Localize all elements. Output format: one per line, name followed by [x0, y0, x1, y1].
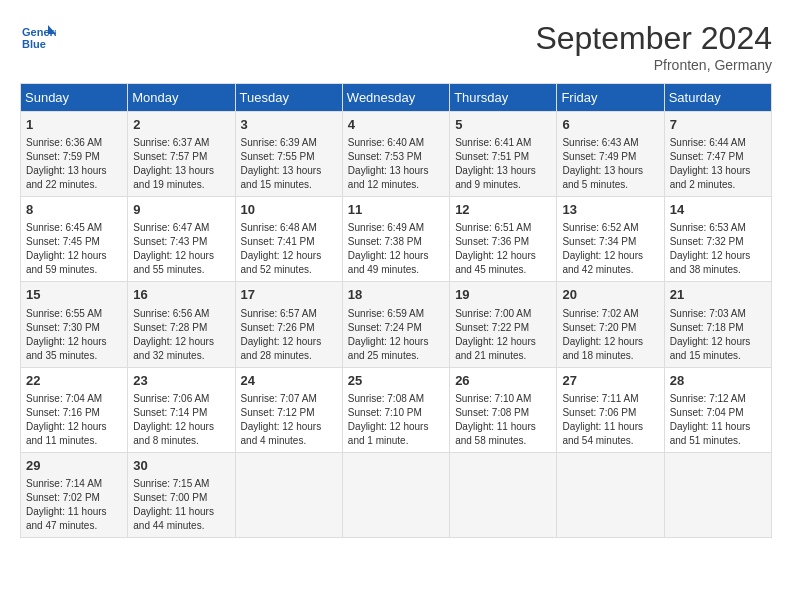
calendar-cell: 9Sunrise: 6:47 AM Sunset: 7:43 PM Daylig…: [128, 197, 235, 282]
header-tuesday: Tuesday: [235, 84, 342, 112]
calendar-cell: 6Sunrise: 6:43 AM Sunset: 7:49 PM Daylig…: [557, 112, 664, 197]
header-sunday: Sunday: [21, 84, 128, 112]
day-number: 20: [562, 286, 658, 304]
day-info: Sunrise: 7:12 AM Sunset: 7:04 PM Dayligh…: [670, 392, 766, 448]
calendar-cell: 29Sunrise: 7:14 AM Sunset: 7:02 PM Dayli…: [21, 452, 128, 537]
calendar-table: SundayMondayTuesdayWednesdayThursdayFrid…: [20, 83, 772, 538]
day-number: 10: [241, 201, 337, 219]
day-info: Sunrise: 6:39 AM Sunset: 7:55 PM Dayligh…: [241, 136, 337, 192]
calendar-week-row: 15Sunrise: 6:55 AM Sunset: 7:30 PM Dayli…: [21, 282, 772, 367]
day-info: Sunrise: 7:08 AM Sunset: 7:10 PM Dayligh…: [348, 392, 444, 448]
calendar-cell: 21Sunrise: 7:03 AM Sunset: 7:18 PM Dayli…: [664, 282, 771, 367]
calendar-cell: 18Sunrise: 6:59 AM Sunset: 7:24 PM Dayli…: [342, 282, 449, 367]
day-number: 25: [348, 372, 444, 390]
day-info: Sunrise: 6:44 AM Sunset: 7:47 PM Dayligh…: [670, 136, 766, 192]
calendar-cell: 12Sunrise: 6:51 AM Sunset: 7:36 PM Dayli…: [450, 197, 557, 282]
day-info: Sunrise: 6:53 AM Sunset: 7:32 PM Dayligh…: [670, 221, 766, 277]
calendar-cell: [235, 452, 342, 537]
day-info: Sunrise: 6:43 AM Sunset: 7:49 PM Dayligh…: [562, 136, 658, 192]
day-number: 28: [670, 372, 766, 390]
day-info: Sunrise: 6:59 AM Sunset: 7:24 PM Dayligh…: [348, 307, 444, 363]
day-info: Sunrise: 6:41 AM Sunset: 7:51 PM Dayligh…: [455, 136, 551, 192]
day-info: Sunrise: 7:00 AM Sunset: 7:22 PM Dayligh…: [455, 307, 551, 363]
calendar-header-row: SundayMondayTuesdayWednesdayThursdayFrid…: [21, 84, 772, 112]
day-number: 1: [26, 116, 122, 134]
day-number: 7: [670, 116, 766, 134]
calendar-cell: [557, 452, 664, 537]
calendar-cell: 22Sunrise: 7:04 AM Sunset: 7:16 PM Dayli…: [21, 367, 128, 452]
day-number: 11: [348, 201, 444, 219]
day-number: 22: [26, 372, 122, 390]
calendar-cell: 23Sunrise: 7:06 AM Sunset: 7:14 PM Dayli…: [128, 367, 235, 452]
day-info: Sunrise: 7:03 AM Sunset: 7:18 PM Dayligh…: [670, 307, 766, 363]
calendar-cell: 2Sunrise: 6:37 AM Sunset: 7:57 PM Daylig…: [128, 112, 235, 197]
calendar-cell: [450, 452, 557, 537]
month-title: September 2024: [535, 20, 772, 57]
day-number: 29: [26, 457, 122, 475]
calendar-cell: 17Sunrise: 6:57 AM Sunset: 7:26 PM Dayli…: [235, 282, 342, 367]
header-monday: Monday: [128, 84, 235, 112]
day-number: 19: [455, 286, 551, 304]
page-header: General Blue September 2024 Pfronten, Ge…: [20, 20, 772, 73]
day-number: 21: [670, 286, 766, 304]
day-info: Sunrise: 7:02 AM Sunset: 7:20 PM Dayligh…: [562, 307, 658, 363]
location: Pfronten, Germany: [535, 57, 772, 73]
calendar-cell: 13Sunrise: 6:52 AM Sunset: 7:34 PM Dayli…: [557, 197, 664, 282]
calendar-cell: 8Sunrise: 6:45 AM Sunset: 7:45 PM Daylig…: [21, 197, 128, 282]
calendar-cell: 4Sunrise: 6:40 AM Sunset: 7:53 PM Daylig…: [342, 112, 449, 197]
header-saturday: Saturday: [664, 84, 771, 112]
svg-text:Blue: Blue: [22, 38, 46, 50]
logo: General Blue: [20, 20, 56, 56]
calendar-cell: 16Sunrise: 6:56 AM Sunset: 7:28 PM Dayli…: [128, 282, 235, 367]
day-number: 16: [133, 286, 229, 304]
calendar-cell: 10Sunrise: 6:48 AM Sunset: 7:41 PM Dayli…: [235, 197, 342, 282]
calendar-week-row: 8Sunrise: 6:45 AM Sunset: 7:45 PM Daylig…: [21, 197, 772, 282]
day-number: 17: [241, 286, 337, 304]
calendar-cell: 1Sunrise: 6:36 AM Sunset: 7:59 PM Daylig…: [21, 112, 128, 197]
day-info: Sunrise: 6:36 AM Sunset: 7:59 PM Dayligh…: [26, 136, 122, 192]
day-info: Sunrise: 6:45 AM Sunset: 7:45 PM Dayligh…: [26, 221, 122, 277]
calendar-cell: 26Sunrise: 7:10 AM Sunset: 7:08 PM Dayli…: [450, 367, 557, 452]
day-info: Sunrise: 6:47 AM Sunset: 7:43 PM Dayligh…: [133, 221, 229, 277]
calendar-cell: [342, 452, 449, 537]
day-info: Sunrise: 6:56 AM Sunset: 7:28 PM Dayligh…: [133, 307, 229, 363]
calendar-week-row: 1Sunrise: 6:36 AM Sunset: 7:59 PM Daylig…: [21, 112, 772, 197]
calendar-cell: [664, 452, 771, 537]
calendar-cell: 7Sunrise: 6:44 AM Sunset: 7:47 PM Daylig…: [664, 112, 771, 197]
day-info: Sunrise: 6:51 AM Sunset: 7:36 PM Dayligh…: [455, 221, 551, 277]
day-number: 15: [26, 286, 122, 304]
day-info: Sunrise: 7:04 AM Sunset: 7:16 PM Dayligh…: [26, 392, 122, 448]
day-number: 23: [133, 372, 229, 390]
header-friday: Friday: [557, 84, 664, 112]
calendar-cell: 20Sunrise: 7:02 AM Sunset: 7:20 PM Dayli…: [557, 282, 664, 367]
calendar-week-row: 22Sunrise: 7:04 AM Sunset: 7:16 PM Dayli…: [21, 367, 772, 452]
day-number: 3: [241, 116, 337, 134]
calendar-cell: 11Sunrise: 6:49 AM Sunset: 7:38 PM Dayli…: [342, 197, 449, 282]
day-info: Sunrise: 7:07 AM Sunset: 7:12 PM Dayligh…: [241, 392, 337, 448]
calendar-cell: 28Sunrise: 7:12 AM Sunset: 7:04 PM Dayli…: [664, 367, 771, 452]
day-info: Sunrise: 6:40 AM Sunset: 7:53 PM Dayligh…: [348, 136, 444, 192]
calendar-cell: 15Sunrise: 6:55 AM Sunset: 7:30 PM Dayli…: [21, 282, 128, 367]
day-number: 2: [133, 116, 229, 134]
day-info: Sunrise: 6:55 AM Sunset: 7:30 PM Dayligh…: [26, 307, 122, 363]
day-info: Sunrise: 6:49 AM Sunset: 7:38 PM Dayligh…: [348, 221, 444, 277]
calendar-cell: 5Sunrise: 6:41 AM Sunset: 7:51 PM Daylig…: [450, 112, 557, 197]
day-number: 4: [348, 116, 444, 134]
header-thursday: Thursday: [450, 84, 557, 112]
day-info: Sunrise: 6:57 AM Sunset: 7:26 PM Dayligh…: [241, 307, 337, 363]
calendar-cell: 14Sunrise: 6:53 AM Sunset: 7:32 PM Dayli…: [664, 197, 771, 282]
day-info: Sunrise: 7:11 AM Sunset: 7:06 PM Dayligh…: [562, 392, 658, 448]
title-block: September 2024 Pfronten, Germany: [535, 20, 772, 73]
day-info: Sunrise: 6:37 AM Sunset: 7:57 PM Dayligh…: [133, 136, 229, 192]
day-number: 26: [455, 372, 551, 390]
day-number: 13: [562, 201, 658, 219]
day-number: 9: [133, 201, 229, 219]
day-info: Sunrise: 7:15 AM Sunset: 7:00 PM Dayligh…: [133, 477, 229, 533]
day-number: 14: [670, 201, 766, 219]
day-number: 8: [26, 201, 122, 219]
day-info: Sunrise: 7:14 AM Sunset: 7:02 PM Dayligh…: [26, 477, 122, 533]
calendar-cell: 27Sunrise: 7:11 AM Sunset: 7:06 PM Dayli…: [557, 367, 664, 452]
day-number: 5: [455, 116, 551, 134]
calendar-cell: 3Sunrise: 6:39 AM Sunset: 7:55 PM Daylig…: [235, 112, 342, 197]
calendar-cell: 24Sunrise: 7:07 AM Sunset: 7:12 PM Dayli…: [235, 367, 342, 452]
